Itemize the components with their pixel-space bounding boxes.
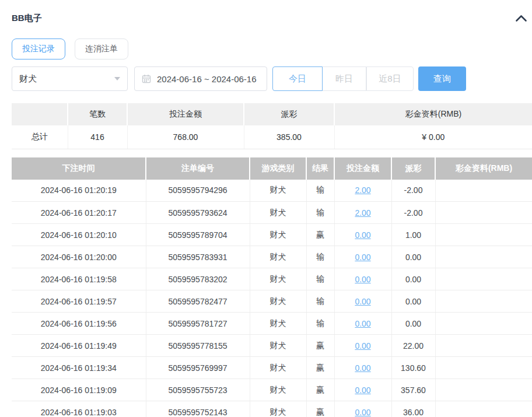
cell-payout: 0.00 <box>391 313 435 335</box>
records-col-order-no: 注单编号 <box>146 157 250 180</box>
cell-payout: 130.60 <box>391 357 435 379</box>
bet-amount-link[interactable]: 2.00 <box>355 185 370 195</box>
page-title: BB电子 <box>12 13 42 24</box>
cell-order-no: 5059595793624 <box>146 202 250 224</box>
cell-game-type: 财犬 <box>250 290 306 313</box>
cell-bet-amount: 0.00 <box>334 401 391 417</box>
cell-result: 赢 <box>306 379 334 401</box>
bet-amount-link[interactable]: 0.00 <box>355 408 370 417</box>
game-select[interactable]: 财犬 <box>12 66 128 91</box>
cell-bet-time: 2024-06-16 01:19:57 <box>12 290 146 313</box>
table-row: 2024-06-16 01:19:57 5059595782477 财犬 输 0… <box>12 290 532 313</box>
date-range-input[interactable]: 2024-06-16 ~ 2024-06-16 <box>134 66 267 91</box>
cell-game-type: 财犬 <box>250 202 306 224</box>
cell-bet-amount: 2.00 <box>334 180 391 202</box>
cell-game-type: 财犬 <box>250 224 306 246</box>
quick-range-today-button[interactable]: 今日 <box>272 66 323 91</box>
cell-bet-amount: 0.00 <box>334 357 391 379</box>
cell-order-no: 5059595783202 <box>146 268 250 290</box>
records-body: 2024-06-16 01:20:19 5059595794296 财犬 输 2… <box>12 180 532 417</box>
collapse-button[interactable] <box>514 13 528 23</box>
summary-total-row: 总计 416 768.00 385.00 ¥ 0.00 <box>12 125 532 149</box>
cell-bet-time: 2024-06-16 01:20:00 <box>12 246 146 268</box>
cell-bet-time: 2024-06-16 01:20:17 <box>12 202 146 224</box>
bet-amount-link[interactable]: 0.00 <box>355 319 370 328</box>
cell-result: 输 <box>306 313 334 335</box>
cell-game-type: 财犬 <box>250 180 306 202</box>
quick-range-yesterday-button[interactable]: 昨日 <box>323 66 366 91</box>
tab-cancelled-orders[interactable]: 连消注单 <box>75 38 128 59</box>
bet-amount-link[interactable]: 0.00 <box>355 230 370 240</box>
cell-game-type: 财犬 <box>250 246 306 268</box>
table-row: 2024-06-16 01:19:34 5059595769997 财犬 赢 0… <box>12 357 532 379</box>
cell-bet-amount: 2.00 <box>334 202 391 224</box>
bet-amount-link[interactable]: 0.00 <box>355 363 370 373</box>
table-row: 2024-06-16 01:19:09 5059595755723 财犬 赢 0… <box>12 379 532 401</box>
cell-bonus <box>435 268 532 290</box>
cell-bet-amount: 0.00 <box>334 313 391 335</box>
cell-order-no: 5059595782477 <box>146 290 250 313</box>
cell-result: 输 <box>306 180 334 202</box>
cell-order-no: 5059595783931 <box>146 246 250 268</box>
summary-total-payout: 385.00 <box>244 125 334 149</box>
cell-result: 输 <box>306 290 334 313</box>
records-col-time: 下注时间 <box>12 157 146 180</box>
records-col-game-type: 游戏类别 <box>250 157 306 180</box>
cell-game-type: 财犬 <box>250 268 306 290</box>
cell-result: 输 <box>306 202 334 224</box>
records-header-row: 下注时间 注单编号 游戏类别 结果 投注金额 派彩 彩金资料(RMB) <box>12 157 532 180</box>
cell-payout: 1.00 <box>391 224 435 246</box>
date-range-value: 2024-06-16 ~ 2024-06-16 <box>157 74 257 84</box>
table-row: 2024-06-16 01:20:00 5059595783931 财犬 输 0… <box>12 246 532 268</box>
bet-amount-link[interactable]: 0.00 <box>355 253 370 262</box>
cell-payout: 0.00 <box>391 290 435 313</box>
bet-amount-link[interactable]: 0.00 <box>355 341 370 351</box>
cell-bet-amount: 0.00 <box>334 246 391 268</box>
cell-bet-amount: 0.00 <box>334 290 391 313</box>
cell-bet-time: 2024-06-16 01:19:49 <box>12 335 146 357</box>
summary-col-count: 笔数 <box>68 103 127 125</box>
summary-header-row: 笔数 投注金额 派彩 彩金资料(RMB) <box>12 103 532 125</box>
cell-payout: 22.00 <box>391 335 435 357</box>
cell-result: 赢 <box>306 224 334 246</box>
cell-bet-time: 2024-06-16 01:19:58 <box>12 268 146 290</box>
records-col-bet-amount: 投注金额 <box>334 157 391 180</box>
cell-game-type: 财犬 <box>250 313 306 335</box>
cell-result: 输 <box>306 268 334 290</box>
cell-bet-amount: 0.00 <box>334 224 391 246</box>
table-row: 2024-06-16 01:19:56 5059595781727 财犬 输 0… <box>12 313 532 335</box>
bet-amount-link[interactable]: 0.00 <box>355 297 370 306</box>
tab-bar: 投注记录 连消注单 <box>12 38 532 59</box>
bet-amount-link[interactable]: 0.00 <box>355 386 370 395</box>
cell-bet-time: 2024-06-16 01:20:19 <box>12 180 146 202</box>
cell-bet-time: 2024-06-16 01:19:34 <box>12 357 146 379</box>
cell-payout: 0.00 <box>391 246 435 268</box>
cell-payout: 0.00 <box>391 268 435 290</box>
cell-bonus <box>435 246 532 268</box>
cell-bonus <box>435 335 532 357</box>
cell-bet-amount: 0.00 <box>334 379 391 401</box>
bet-amount-link[interactable]: 0.00 <box>355 275 370 284</box>
tab-bet-records[interactable]: 投注记录 <box>12 38 65 59</box>
table-row: 2024-06-16 01:19:03 5059595752143 财犬 赢 0… <box>12 401 532 417</box>
cell-game-type: 财犬 <box>250 379 306 401</box>
quick-range-group: 今日 昨日 近8日 <box>272 66 414 91</box>
cell-bet-time: 2024-06-16 01:19:09 <box>12 379 146 401</box>
table-row: 2024-06-16 01:20:19 5059595794296 财犬 输 2… <box>12 180 532 202</box>
cell-order-no: 5059595778155 <box>146 335 250 357</box>
quick-range-8days-button[interactable]: 近8日 <box>366 66 414 91</box>
summary-col-blank <box>12 103 68 125</box>
table-row: 2024-06-16 01:19:58 5059595783202 财犬 输 0… <box>12 268 532 290</box>
table-row: 2024-06-16 01:19:49 5059595778155 财犬 赢 0… <box>12 335 532 357</box>
summary-total-bet-amount: 768.00 <box>127 125 244 149</box>
cell-order-no: 5059595789704 <box>146 224 250 246</box>
table-row: 2024-06-16 01:20:17 5059595793624 财犬 输 2… <box>12 202 532 224</box>
cell-result: 赢 <box>306 335 334 357</box>
cell-result: 输 <box>306 246 334 268</box>
bet-amount-link[interactable]: 2.00 <box>355 208 370 218</box>
cell-payout: -2.00 <box>391 180 435 202</box>
records-col-result: 结果 <box>306 157 334 180</box>
cell-bet-amount: 0.00 <box>334 335 391 357</box>
search-button[interactable]: 查询 <box>418 66 466 91</box>
summary-total-count: 416 <box>68 125 127 149</box>
